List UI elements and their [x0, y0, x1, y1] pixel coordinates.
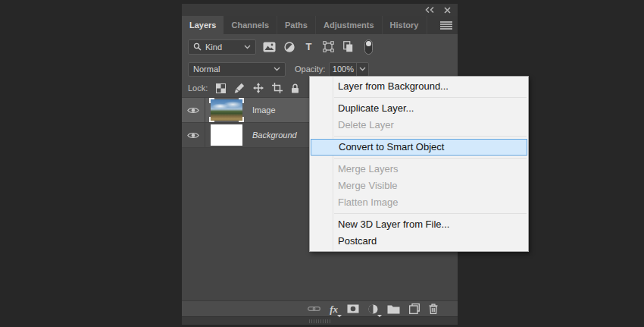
- new-group-folder-icon[interactable]: [387, 304, 400, 314]
- visibility-eye-icon[interactable]: [182, 123, 205, 147]
- filter-toggle-switch[interactable]: [364, 39, 373, 55]
- layer-style-fx-icon[interactable]: fx: [330, 304, 338, 314]
- lock-position-icon[interactable]: [253, 83, 264, 93]
- blend-mode-dropdown[interactable]: Normal: [188, 62, 286, 77]
- menu-item-convert-to-smart-object[interactable]: Convert to Smart Object: [311, 139, 527, 156]
- filter-row: Kind T: [182, 34, 458, 59]
- filter-pixel-layers-icon[interactable]: [263, 42, 276, 52]
- menu-separator: [334, 158, 527, 159]
- menu-item-merge-layers: Merge Layers: [310, 161, 528, 178]
- toggle-knob: [366, 41, 371, 46]
- blend-mode-value: Normal: [193, 64, 220, 74]
- filter-type-layers-icon[interactable]: T: [302, 42, 315, 52]
- menu-separator: [334, 213, 527, 214]
- lock-artboard-icon[interactable]: [272, 83, 283, 93]
- menu-item-merge-visible: Merge Visible: [310, 178, 528, 194]
- layer-name[interactable]: Background: [252, 130, 297, 140]
- chevron-down-icon: [244, 45, 251, 49]
- menu-item-flatten-image: Flatten Image: [310, 194, 528, 211]
- layer-thumbnail[interactable]: [211, 124, 242, 146]
- tab-adjustments[interactable]: Adjustments: [316, 16, 383, 34]
- tabs-spacer: [427, 16, 436, 34]
- menu-item-layer-from-background[interactable]: Layer from Background...: [310, 78, 528, 95]
- resize-grip-icon: [309, 319, 330, 323]
- new-layer-icon[interactable]: [409, 303, 420, 314]
- filter-shape-layers-icon[interactable]: [322, 41, 335, 52]
- chevron-down-icon[interactable]: [357, 63, 368, 76]
- layers-context-menu: Layer from Background... Duplicate Layer…: [309, 76, 529, 252]
- opacity-dropdown[interactable]: 100%: [329, 62, 369, 77]
- link-layers-icon[interactable]: [308, 306, 320, 312]
- menu-item-delete-layer: Delete Layer: [310, 117, 528, 134]
- layer-name[interactable]: Image: [252, 105, 276, 115]
- tab-history[interactable]: History: [383, 16, 427, 34]
- lock-label: Lock:: [188, 83, 208, 93]
- opacity-value[interactable]: 100%: [330, 63, 357, 76]
- new-adjustment-layer-icon[interactable]: [368, 304, 378, 314]
- visibility-eye-icon[interactable]: [182, 98, 205, 122]
- caret-down-icon: [337, 315, 342, 317]
- panel-resize-handle[interactable]: [182, 316, 458, 325]
- close-panel-icon[interactable]: [444, 7, 451, 14]
- selection-corner: [209, 98, 214, 103]
- delete-layer-trash-icon[interactable]: [429, 303, 438, 314]
- filter-kind-dropdown[interactable]: Kind: [188, 39, 256, 55]
- panel-tabs: Layers Channels Paths Adjustments Histor…: [182, 16, 458, 34]
- search-icon: [193, 42, 202, 51]
- menu-item-duplicate-layer[interactable]: Duplicate Layer...: [310, 100, 528, 117]
- add-layer-mask-icon[interactable]: [347, 304, 359, 313]
- layer-thumbnail[interactable]: [211, 99, 242, 121]
- tab-paths[interactable]: Paths: [277, 16, 316, 34]
- lock-transparency-icon[interactable]: [216, 83, 226, 93]
- menu-item-new-3d-layer-from-file[interactable]: New 3D Layer from File...: [310, 216, 528, 233]
- filter-adjustment-layers-icon[interactable]: [283, 42, 295, 52]
- tab-channels[interactable]: Channels: [224, 16, 277, 34]
- collapse-panel-icon[interactable]: [425, 7, 434, 13]
- lock-all-icon[interactable]: [291, 83, 299, 93]
- selection-corner: [239, 98, 244, 103]
- filter-kind-value: Kind: [205, 42, 222, 52]
- opacity-label: Opacity:: [295, 64, 325, 74]
- selection-corner: [209, 117, 214, 122]
- panel-bottom-toolbar: fx: [182, 300, 458, 316]
- caret-down-icon: [377, 315, 382, 317]
- menu-separator: [334, 136, 527, 137]
- chevron-down-icon: [274, 67, 280, 71]
- lock-image-pixels-icon[interactable]: [234, 83, 245, 93]
- panel-titlebar: [182, 4, 458, 16]
- tab-layers[interactable]: Layers: [182, 16, 224, 34]
- menu-separator: [334, 97, 527, 98]
- menu-item-postcard[interactable]: Postcard: [310, 233, 528, 250]
- filter-smart-objects-icon[interactable]: [342, 41, 355, 52]
- selection-corner: [239, 117, 244, 122]
- panel-options-menu-icon[interactable]: [435, 16, 458, 34]
